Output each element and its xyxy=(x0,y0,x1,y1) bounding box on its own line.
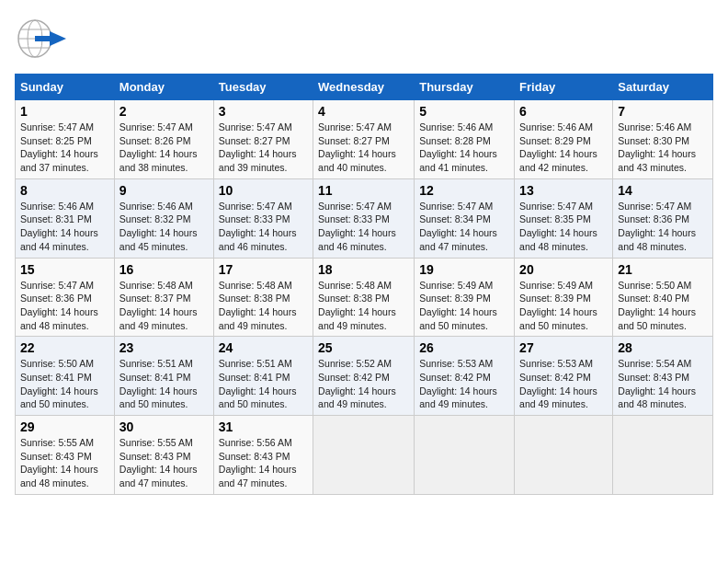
calendar-cell: 1Sunrise: 5:47 AM Sunset: 8:25 PM Daylig… xyxy=(16,100,115,179)
calendar-week-4: 22Sunrise: 5:50 AM Sunset: 8:41 PM Dayli… xyxy=(16,337,713,416)
day-number: 18 xyxy=(318,262,409,277)
col-header-thursday: Thursday xyxy=(415,75,515,100)
svg-marker-5 xyxy=(50,31,66,46)
col-header-saturday: Saturday xyxy=(613,75,713,100)
calendar-week-1: 1Sunrise: 5:47 AM Sunset: 8:25 PM Daylig… xyxy=(16,100,713,179)
day-number: 22 xyxy=(20,340,109,355)
day-number: 31 xyxy=(219,419,308,434)
calendar-cell: 30Sunrise: 5:55 AM Sunset: 8:43 PM Dayli… xyxy=(114,416,213,495)
day-number: 14 xyxy=(618,183,708,198)
day-number: 15 xyxy=(20,262,109,277)
calendar-cell: 4Sunrise: 5:47 AM Sunset: 8:27 PM Daylig… xyxy=(313,100,415,179)
day-number: 10 xyxy=(219,183,308,198)
day-info: Sunrise: 5:53 AM Sunset: 8:42 PM Dayligh… xyxy=(519,357,608,411)
day-info: Sunrise: 5:50 AM Sunset: 8:40 PM Dayligh… xyxy=(618,279,708,333)
day-info: Sunrise: 5:55 AM Sunset: 8:43 PM Dayligh… xyxy=(119,436,209,490)
day-number: 21 xyxy=(618,262,708,277)
day-info: Sunrise: 5:47 AM Sunset: 8:27 PM Dayligh… xyxy=(318,121,409,175)
logo xyxy=(15,15,74,63)
day-info: Sunrise: 5:56 AM Sunset: 8:43 PM Dayligh… xyxy=(219,436,308,490)
calendar-week-3: 15Sunrise: 5:47 AM Sunset: 8:36 PM Dayli… xyxy=(16,258,713,337)
col-header-sunday: Sunday xyxy=(16,75,115,100)
day-info: Sunrise: 5:48 AM Sunset: 8:38 PM Dayligh… xyxy=(219,279,308,333)
day-info: Sunrise: 5:51 AM Sunset: 8:41 PM Dayligh… xyxy=(119,357,209,411)
day-info: Sunrise: 5:47 AM Sunset: 8:26 PM Dayligh… xyxy=(119,121,209,175)
day-info: Sunrise: 5:46 AM Sunset: 8:29 PM Dayligh… xyxy=(519,121,608,175)
calendar-cell: 26Sunrise: 5:53 AM Sunset: 8:42 PM Dayli… xyxy=(415,337,515,416)
svg-rect-6 xyxy=(35,36,50,41)
day-number: 5 xyxy=(419,104,509,119)
calendar-cell xyxy=(613,416,713,495)
calendar-cell: 19Sunrise: 5:49 AM Sunset: 8:39 PM Dayli… xyxy=(415,258,515,337)
calendar-cell: 7Sunrise: 5:46 AM Sunset: 8:30 PM Daylig… xyxy=(613,100,713,179)
day-info: Sunrise: 5:47 AM Sunset: 8:36 PM Dayligh… xyxy=(20,279,109,333)
calendar-cell: 31Sunrise: 5:56 AM Sunset: 8:43 PM Dayli… xyxy=(213,416,313,495)
day-number: 11 xyxy=(318,183,409,198)
day-info: Sunrise: 5:46 AM Sunset: 8:31 PM Dayligh… xyxy=(20,200,109,254)
calendar-cell: 3Sunrise: 5:47 AM Sunset: 8:27 PM Daylig… xyxy=(213,100,313,179)
day-info: Sunrise: 5:55 AM Sunset: 8:43 PM Dayligh… xyxy=(20,436,109,490)
calendar-cell xyxy=(515,416,613,495)
day-number: 24 xyxy=(219,340,308,355)
calendar-cell: 20Sunrise: 5:49 AM Sunset: 8:39 PM Dayli… xyxy=(515,258,613,337)
day-info: Sunrise: 5:46 AM Sunset: 8:32 PM Dayligh… xyxy=(119,200,209,254)
calendar-cell: 12Sunrise: 5:47 AM Sunset: 8:34 PM Dayli… xyxy=(415,178,515,258)
calendar-table: SundayMondayTuesdayWednesdayThursdayFrid… xyxy=(15,74,713,495)
day-info: Sunrise: 5:51 AM Sunset: 8:41 PM Dayligh… xyxy=(219,357,308,411)
col-header-monday: Monday xyxy=(114,75,213,100)
calendar-cell: 10Sunrise: 5:47 AM Sunset: 8:33 PM Dayli… xyxy=(213,178,313,258)
day-number: 17 xyxy=(219,262,308,277)
page-header xyxy=(15,15,713,63)
day-info: Sunrise: 5:52 AM Sunset: 8:42 PM Dayligh… xyxy=(318,357,409,411)
day-number: 9 xyxy=(119,183,209,198)
calendar-cell: 22Sunrise: 5:50 AM Sunset: 8:41 PM Dayli… xyxy=(16,337,115,416)
day-number: 2 xyxy=(119,104,209,119)
day-info: Sunrise: 5:47 AM Sunset: 8:27 PM Dayligh… xyxy=(219,121,308,175)
day-number: 28 xyxy=(618,340,708,355)
calendar-cell: 27Sunrise: 5:53 AM Sunset: 8:42 PM Dayli… xyxy=(515,337,613,416)
day-number: 12 xyxy=(419,183,509,198)
calendar-cell: 5Sunrise: 5:46 AM Sunset: 8:28 PM Daylig… xyxy=(415,100,515,179)
calendar-cell: 23Sunrise: 5:51 AM Sunset: 8:41 PM Dayli… xyxy=(114,337,213,416)
calendar-cell: 15Sunrise: 5:47 AM Sunset: 8:36 PM Dayli… xyxy=(16,258,115,337)
col-header-wednesday: Wednesday xyxy=(313,75,415,100)
calendar-cell: 11Sunrise: 5:47 AM Sunset: 8:33 PM Dayli… xyxy=(313,178,415,258)
day-info: Sunrise: 5:47 AM Sunset: 8:25 PM Dayligh… xyxy=(20,121,109,175)
day-number: 3 xyxy=(219,104,308,119)
day-number: 4 xyxy=(318,104,409,119)
calendar-header-row: SundayMondayTuesdayWednesdayThursdayFrid… xyxy=(16,75,713,100)
calendar-cell: 18Sunrise: 5:48 AM Sunset: 8:38 PM Dayli… xyxy=(313,258,415,337)
day-number: 20 xyxy=(519,262,608,277)
day-info: Sunrise: 5:46 AM Sunset: 8:28 PM Dayligh… xyxy=(419,121,509,175)
calendar-cell: 9Sunrise: 5:46 AM Sunset: 8:32 PM Daylig… xyxy=(114,178,213,258)
day-info: Sunrise: 5:53 AM Sunset: 8:42 PM Dayligh… xyxy=(419,357,509,411)
day-info: Sunrise: 5:48 AM Sunset: 8:38 PM Dayligh… xyxy=(318,279,409,333)
calendar-cell: 28Sunrise: 5:54 AM Sunset: 8:43 PM Dayli… xyxy=(613,337,713,416)
col-header-friday: Friday xyxy=(515,75,613,100)
calendar-week-2: 8Sunrise: 5:46 AM Sunset: 8:31 PM Daylig… xyxy=(16,178,713,258)
day-number: 23 xyxy=(119,340,209,355)
day-number: 19 xyxy=(419,262,509,277)
day-number: 7 xyxy=(618,104,708,119)
calendar-cell: 25Sunrise: 5:52 AM Sunset: 8:42 PM Dayli… xyxy=(313,337,415,416)
day-info: Sunrise: 5:47 AM Sunset: 8:33 PM Dayligh… xyxy=(318,200,409,254)
day-number: 26 xyxy=(419,340,509,355)
day-info: Sunrise: 5:47 AM Sunset: 8:35 PM Dayligh… xyxy=(519,200,608,254)
calendar-cell: 17Sunrise: 5:48 AM Sunset: 8:38 PM Dayli… xyxy=(213,258,313,337)
day-info: Sunrise: 5:49 AM Sunset: 8:39 PM Dayligh… xyxy=(519,279,608,333)
day-info: Sunrise: 5:46 AM Sunset: 8:30 PM Dayligh… xyxy=(618,121,708,175)
day-number: 1 xyxy=(20,104,109,119)
calendar-cell xyxy=(415,416,515,495)
calendar-cell: 21Sunrise: 5:50 AM Sunset: 8:40 PM Dayli… xyxy=(613,258,713,337)
day-info: Sunrise: 5:49 AM Sunset: 8:39 PM Dayligh… xyxy=(419,279,509,333)
day-info: Sunrise: 5:48 AM Sunset: 8:37 PM Dayligh… xyxy=(119,279,209,333)
calendar-cell: 16Sunrise: 5:48 AM Sunset: 8:37 PM Dayli… xyxy=(114,258,213,337)
day-info: Sunrise: 5:47 AM Sunset: 8:34 PM Dayligh… xyxy=(419,200,509,254)
calendar-cell: 6Sunrise: 5:46 AM Sunset: 8:29 PM Daylig… xyxy=(515,100,613,179)
day-number: 6 xyxy=(519,104,608,119)
day-number: 25 xyxy=(318,340,409,355)
day-info: Sunrise: 5:54 AM Sunset: 8:43 PM Dayligh… xyxy=(618,357,708,411)
day-number: 30 xyxy=(119,419,209,434)
calendar-week-5: 29Sunrise: 5:55 AM Sunset: 8:43 PM Dayli… xyxy=(16,416,713,495)
day-number: 29 xyxy=(20,419,109,434)
